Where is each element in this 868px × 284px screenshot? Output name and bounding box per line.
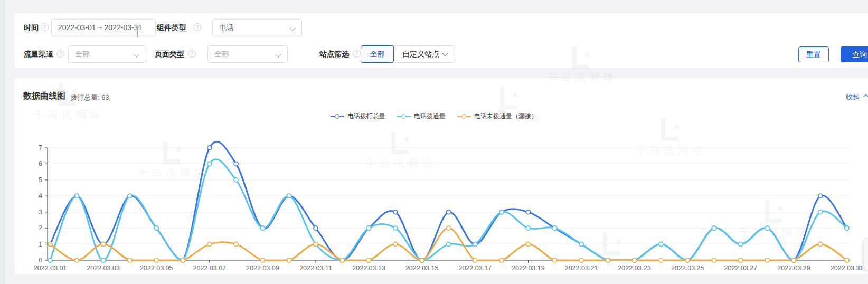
data-point[interactable]: [207, 162, 212, 166]
legend-marker-icon: [331, 114, 344, 119]
x-tick-label: 2022.03.17: [459, 264, 492, 272]
data-point[interactable]: [234, 242, 238, 247]
data-point[interactable]: [287, 194, 291, 198]
x-tick-label: 2022.03.11: [299, 264, 332, 272]
data-point[interactable]: [101, 242, 106, 247]
data-point[interactable]: [128, 258, 132, 262]
data-point[interactable]: [260, 226, 265, 230]
reset-button[interactable]: 重置: [798, 46, 829, 62]
data-point[interactable]: [207, 242, 212, 247]
x-tick-label: 2022.03.03: [87, 264, 120, 272]
data-point[interactable]: [393, 242, 398, 247]
line-chart[interactable]: 012345672022.03.012022.03.032022.03.0520…: [0, 127, 868, 280]
chart-title: 数据曲线图: [23, 91, 65, 102]
data-point[interactable]: [712, 226, 716, 230]
data-point[interactable]: [818, 210, 823, 214]
data-point[interactable]: [314, 226, 318, 230]
data-point[interactable]: [499, 210, 504, 214]
data-point[interactable]: [128, 194, 132, 198]
collapse-link[interactable]: 收起: [846, 92, 860, 102]
x-tick-label: 2022.03.27: [724, 264, 758, 272]
data-point[interactable]: [181, 258, 185, 262]
data-point[interactable]: [447, 210, 451, 214]
query-button[interactable]: 查询: [841, 46, 868, 62]
site-filter-custom-button[interactable]: 自定义站点: [394, 46, 455, 62]
data-point[interactable]: [234, 178, 238, 182]
data-point[interactable]: [791, 258, 796, 262]
legend-marker-icon: [397, 114, 411, 119]
page-type-select[interactable]: 全部: [207, 45, 288, 63]
data-point[interactable]: [447, 242, 451, 247]
chart-legend: 电话拨打总量电话拨通量电话未拨通量（漏接）: [0, 112, 868, 121]
data-point[interactable]: [287, 258, 291, 262]
data-point[interactable]: [685, 258, 690, 262]
data-point[interactable]: [393, 226, 398, 230]
chevron-up-icon[interactable]: [863, 94, 868, 100]
data-point[interactable]: [765, 226, 769, 230]
data-point[interactable]: [845, 226, 849, 230]
data-point[interactable]: [633, 258, 637, 262]
floating-widget-edge[interactable]: [863, 238, 868, 271]
traffic-channel-help-icon[interactable]: ?: [56, 50, 64, 58]
data-point[interactable]: [606, 258, 610, 262]
legend-label: 电话拨打总量: [347, 112, 385, 121]
data-point[interactable]: [739, 258, 743, 262]
data-point[interactable]: [393, 210, 398, 214]
component-type-help-icon[interactable]: ?: [193, 23, 201, 31]
data-point[interactable]: [473, 258, 477, 262]
chevron-down-icon: [275, 51, 281, 57]
y-tick-label: 2: [39, 224, 42, 232]
data-point[interactable]: [818, 242, 823, 247]
legend-item-1[interactable]: 电话拨通量: [397, 112, 446, 121]
y-tick-label: 7: [39, 144, 42, 152]
data-point[interactable]: [154, 258, 158, 262]
data-point[interactable]: [765, 258, 769, 262]
legend-item-0[interactable]: 电话拨打总量: [331, 112, 385, 121]
data-point[interactable]: [48, 258, 52, 262]
component-type-value: 电话: [219, 23, 234, 32]
data-point[interactable]: [260, 258, 265, 262]
data-point[interactable]: [526, 226, 530, 230]
component-type-select[interactable]: 电话: [212, 19, 302, 36]
data-point[interactable]: [739, 242, 743, 247]
site-filter-help-icon[interactable]: ?: [353, 50, 361, 58]
data-point[interactable]: [499, 258, 504, 262]
x-tick-label: 2022.03.01: [34, 264, 67, 272]
data-point[interactable]: [154, 226, 158, 230]
data-point[interactable]: [659, 258, 663, 262]
data-point[interactable]: [473, 242, 477, 247]
traffic-channel-select[interactable]: 全部: [68, 45, 146, 63]
data-point[interactable]: [818, 194, 823, 198]
data-point[interactable]: [101, 258, 106, 262]
data-point[interactable]: [526, 242, 530, 247]
data-point[interactable]: [314, 242, 318, 247]
data-point[interactable]: [367, 226, 371, 230]
data-point[interactable]: [74, 258, 79, 262]
data-point[interactable]: [48, 242, 52, 247]
date-range-value: 2022-03-01 ~ 2022-03-31: [58, 23, 142, 32]
data-point[interactable]: [367, 258, 371, 262]
data-point[interactable]: [234, 162, 238, 166]
data-point[interactable]: [845, 258, 849, 262]
data-point[interactable]: [579, 242, 583, 247]
legend-item-2[interactable]: 电话未拨通量（漏接）: [457, 112, 537, 121]
page-type-help-icon[interactable]: ?: [188, 50, 196, 58]
page-type-label: 页面类型: [155, 50, 184, 58]
data-point[interactable]: [74, 194, 79, 198]
date-range-input[interactable]: 2022-03-01 ~ 2022-03-31: [51, 19, 156, 36]
data-point[interactable]: [579, 258, 583, 262]
data-point[interactable]: [447, 226, 451, 230]
data-point[interactable]: [420, 258, 424, 262]
data-point[interactable]: [526, 210, 530, 214]
data-point[interactable]: [712, 258, 716, 262]
data-point[interactable]: [553, 258, 557, 262]
data-point[interactable]: [553, 226, 557, 230]
calendar-icon: [137, 28, 138, 37]
time-label: 时间: [24, 23, 39, 32]
data-point[interactable]: [659, 242, 663, 247]
data-point[interactable]: [207, 146, 212, 150]
site-filter-all-button[interactable]: 全部: [361, 45, 394, 63]
legend-label: 电话拨通量: [414, 112, 446, 121]
time-help-icon[interactable]: ?: [41, 23, 49, 31]
data-point[interactable]: [340, 258, 344, 262]
